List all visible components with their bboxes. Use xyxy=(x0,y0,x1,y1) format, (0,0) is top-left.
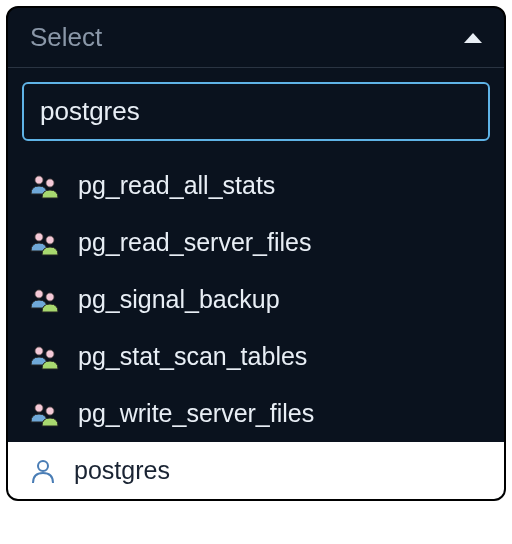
group-role-icon xyxy=(30,230,60,256)
option-pg-write-server-files[interactable]: pg_write_server_files xyxy=(8,385,504,442)
option-pg-read-all-stats[interactable]: pg_read_all_stats xyxy=(8,157,504,214)
group-role-icon xyxy=(30,173,60,199)
option-pg-read-server-files[interactable]: pg_read_server_files xyxy=(8,214,504,271)
options-list: pg_read_all_stats pg_read_server_files xyxy=(8,151,504,499)
option-label: pg_read_server_files xyxy=(78,228,311,257)
role-select: Select pg_read_all_stats xyxy=(6,6,506,501)
svg-point-1 xyxy=(46,178,54,186)
group-role-icon xyxy=(30,401,60,427)
option-label: pg_signal_backup xyxy=(78,285,280,314)
group-role-icon xyxy=(30,287,60,313)
svg-point-2 xyxy=(35,232,43,240)
svg-point-3 xyxy=(46,235,54,243)
svg-point-5 xyxy=(46,292,54,300)
option-postgres[interactable]: postgres xyxy=(8,442,504,499)
select-dropdown: pg_read_all_stats pg_read_server_files xyxy=(8,67,504,499)
svg-point-10 xyxy=(38,461,48,471)
option-pg-stat-scan-tables[interactable]: pg_stat_scan_tables xyxy=(8,328,504,385)
option-pg-signal-backup[interactable]: pg_signal_backup xyxy=(8,271,504,328)
chevron-up-icon xyxy=(464,33,482,43)
select-placeholder: Select xyxy=(30,22,102,53)
option-label: pg_stat_scan_tables xyxy=(78,342,307,371)
option-label: postgres xyxy=(74,456,170,485)
svg-point-6 xyxy=(35,346,43,354)
svg-point-8 xyxy=(35,403,43,411)
group-role-icon xyxy=(30,344,60,370)
select-header[interactable]: Select xyxy=(8,8,504,67)
option-label: pg_read_all_stats xyxy=(78,171,275,200)
user-icon xyxy=(30,458,56,484)
svg-point-0 xyxy=(35,175,43,183)
option-label: pg_write_server_files xyxy=(78,399,314,428)
search-row xyxy=(8,82,504,151)
svg-point-9 xyxy=(46,406,54,414)
search-input[interactable] xyxy=(22,82,490,141)
svg-point-4 xyxy=(35,289,43,297)
svg-point-7 xyxy=(46,349,54,357)
